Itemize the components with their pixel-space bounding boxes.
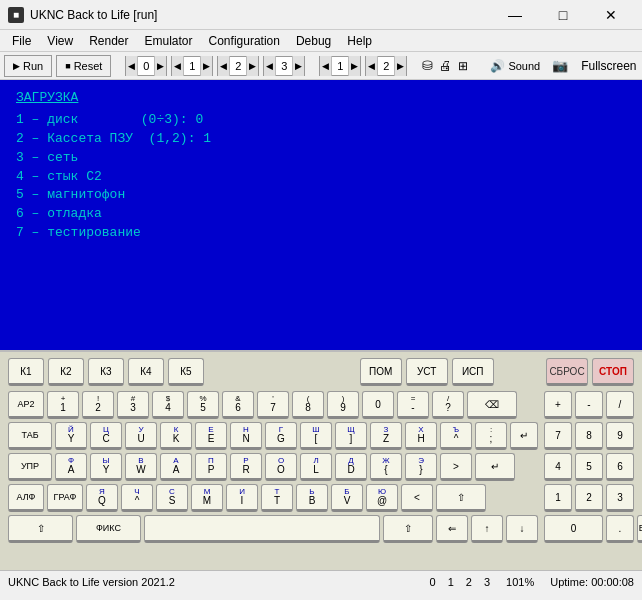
key-gt[interactable]: > — [440, 453, 472, 481]
key-arrow-left[interactable]: ⇐ — [436, 515, 468, 543]
key-ya-q[interactable]: ЯQ — [86, 484, 118, 512]
counter1-dec[interactable]: ◀ — [126, 56, 138, 76]
key-alf[interactable]: АЛФ — [8, 484, 44, 512]
key-arrow-down[interactable]: ↓ — [506, 515, 538, 543]
counter5-inc[interactable]: ▶ — [348, 56, 360, 76]
key-m-m[interactable]: МM — [191, 484, 223, 512]
key-np-enter[interactable]: ВВОД — [637, 515, 642, 543]
key-s-s[interactable]: СS — [156, 484, 188, 512]
key-upr[interactable]: УПР — [8, 453, 52, 481]
key-np-0[interactable]: 0 — [544, 515, 603, 543]
menu-debug[interactable]: Debug — [288, 32, 339, 50]
key-ch-hat[interactable]: Ч^ — [121, 484, 153, 512]
key-k3[interactable]: К3 — [88, 358, 124, 386]
key-backspace[interactable]: ⌫ — [467, 391, 517, 419]
key-k5[interactable]: К5 — [168, 358, 204, 386]
key-l-l[interactable]: ЛL — [300, 453, 332, 481]
minimize-button[interactable]: — — [492, 4, 538, 26]
key-np-plus[interactable]: + — [544, 391, 572, 419]
key-fix[interactable]: ФИКС — [76, 515, 141, 543]
key-shch-rb[interactable]: Щ] — [335, 422, 367, 450]
menu-configuration[interactable]: Configuration — [201, 32, 288, 50]
key-sbros[interactable]: СБРОС — [546, 358, 588, 386]
sound-button[interactable]: 🔊 Sound — [483, 55, 547, 77]
key-np-8[interactable]: 8 — [575, 422, 603, 450]
counter1-inc[interactable]: ▶ — [154, 56, 166, 76]
key-g-g[interactable]: ГG — [265, 422, 297, 450]
key-close9[interactable]: )9 — [327, 391, 359, 419]
key-hrd-hat[interactable]: Ъ^ — [440, 422, 472, 450]
key-pom[interactable]: ПОМ — [360, 358, 402, 386]
key-np-4[interactable]: 4 — [544, 453, 572, 481]
key-r-r[interactable]: РR — [230, 453, 262, 481]
key-np-minus[interactable]: - — [575, 391, 603, 419]
key-space[interactable] — [144, 515, 380, 543]
key-sh-lb[interactable]: Ш[ — [300, 422, 332, 450]
counter5-dec[interactable]: ◀ — [320, 56, 332, 76]
key-i-i[interactable]: ИI — [226, 484, 258, 512]
key-np-2[interactable]: 2 — [575, 484, 603, 512]
key-k-k[interactable]: КK — [160, 422, 192, 450]
key-ts-c[interactable]: ЦC — [90, 422, 122, 450]
key-d-d[interactable]: ДD — [335, 453, 367, 481]
key-np-9[interactable]: 9 — [606, 422, 634, 450]
key-n-n[interactable]: НN — [230, 422, 262, 450]
key-kh-h[interactable]: ХH — [405, 422, 437, 450]
counter6-dec[interactable]: ◀ — [366, 56, 378, 76]
key-enter[interactable]: ↵ — [475, 453, 515, 481]
key-np-3[interactable]: 3 — [606, 484, 634, 512]
key-lt[interactable]: < — [401, 484, 433, 512]
run-button[interactable]: ▶ Run — [4, 55, 52, 77]
menu-help[interactable]: Help — [339, 32, 380, 50]
key-soft-b[interactable]: ЬB — [296, 484, 328, 512]
key-u-u[interactable]: УU — [125, 422, 157, 450]
counter2-inc[interactable]: ▶ — [200, 56, 212, 76]
maximize-button[interactable]: □ — [540, 4, 586, 26]
key-z-z[interactable]: ЗZ — [370, 422, 402, 450]
key-v-w[interactable]: ВW — [125, 453, 157, 481]
key-arrow-up[interactable]: ↑ — [471, 515, 503, 543]
key-np-5[interactable]: 5 — [575, 453, 603, 481]
key-e2-rc[interactable]: Э} — [405, 453, 437, 481]
key-a-a[interactable]: АA — [160, 453, 192, 481]
key-eq-minus[interactable]: =- — [397, 391, 429, 419]
menu-render[interactable]: Render — [81, 32, 136, 50]
key-zh-lc[interactable]: Ж{ — [370, 453, 402, 481]
key-t-t[interactable]: ТT — [261, 484, 293, 512]
reset-button[interactable]: ■ Reset — [56, 55, 111, 77]
key-pct5[interactable]: %5 — [187, 391, 219, 419]
key-hash3[interactable]: #3 — [117, 391, 149, 419]
key-yu-at[interactable]: Ю@ — [366, 484, 398, 512]
key-shift-right1[interactable]: ⇧ — [436, 484, 486, 512]
key-p-p[interactable]: ПP — [195, 453, 227, 481]
key-shift-right2[interactable]: ⇧ — [383, 515, 433, 543]
counter6-inc[interactable]: ▶ — [394, 56, 406, 76]
counter4-dec[interactable]: ◀ — [264, 56, 276, 76]
key-y-y[interactable]: ЫY — [90, 453, 122, 481]
key-o-o[interactable]: ОO — [265, 453, 297, 481]
counter4-inc[interactable]: ▶ — [292, 56, 304, 76]
key-amp6[interactable]: &6 — [222, 391, 254, 419]
key-np-6[interactable]: 6 — [606, 453, 634, 481]
key-enter-top[interactable]: ↵ — [510, 422, 538, 450]
key-shift-left[interactable]: ⇧ — [8, 515, 73, 543]
key-f-a[interactable]: ФA — [55, 453, 87, 481]
key-stop[interactable]: СТОП — [592, 358, 634, 386]
toolbar-icon1-button[interactable]: ⛁ — [421, 55, 434, 77]
screenshot-button[interactable]: 📷 — [551, 55, 569, 77]
key-k1[interactable]: К1 — [8, 358, 44, 386]
counter3-dec[interactable]: ◀ — [218, 56, 230, 76]
key-b-v[interactable]: БV — [331, 484, 363, 512]
key-ust[interactable]: УСТ — [406, 358, 448, 386]
counter3-inc[interactable]: ▶ — [246, 56, 258, 76]
toolbar-icon3-button[interactable]: ⊞ — [457, 55, 469, 77]
key-0[interactable]: 0 — [362, 391, 394, 419]
key-isp[interactable]: ИСП — [452, 358, 494, 386]
key-tab[interactable]: ТАБ — [8, 422, 52, 450]
key-e-e[interactable]: ЕE — [195, 422, 227, 450]
key-colon[interactable]: :; — [475, 422, 507, 450]
key-quote7[interactable]: '7 — [257, 391, 289, 419]
key-dollar4[interactable]: $4 — [152, 391, 184, 419]
key-j-y[interactable]: ЙY — [55, 422, 87, 450]
key-k2[interactable]: К2 — [48, 358, 84, 386]
